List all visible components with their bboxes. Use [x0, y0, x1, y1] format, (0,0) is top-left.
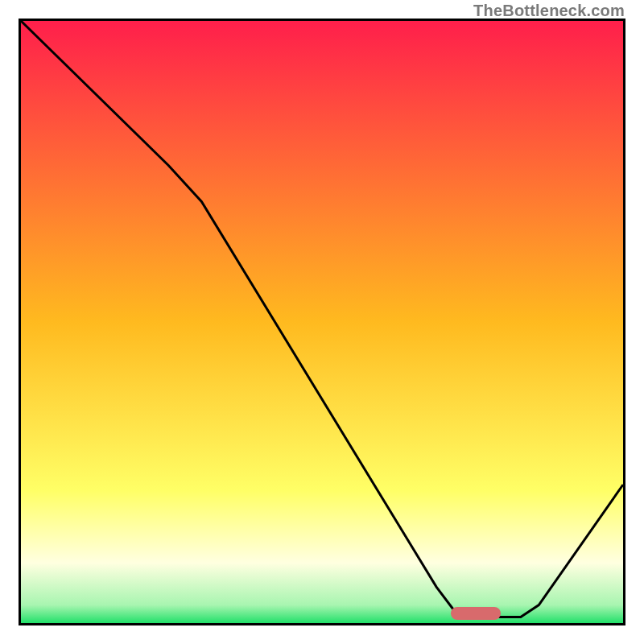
bottleneck-curve [21, 21, 623, 623]
attribution-text: TheBottleneck.com [473, 2, 625, 20]
optimal-marker [451, 607, 501, 620]
plot-area [19, 19, 625, 625]
chart-container: TheBottleneck.com [0, 0, 644, 644]
